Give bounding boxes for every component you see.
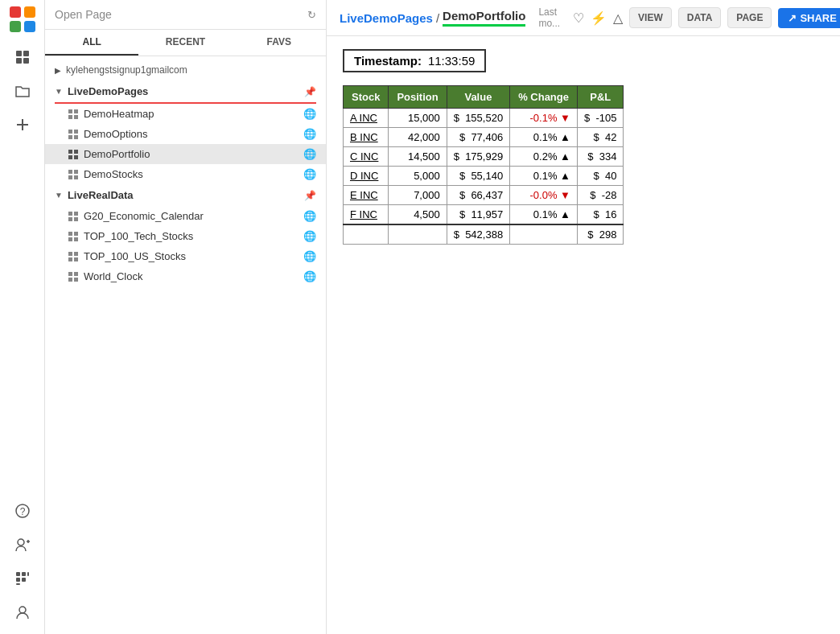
share-button[interactable]: ↗ SHARE: [778, 8, 840, 28]
grid-icon: [68, 231, 79, 242]
content-area: Timestamp: 11:33:59 Stock Position Value…: [327, 36, 840, 634]
col-position: Position: [389, 86, 447, 109]
table-total-row: $ 542,388 $ 298: [344, 224, 624, 245]
svg-rect-41: [74, 217, 78, 221]
grid-icon: [68, 129, 79, 140]
app-logo[interactable]: [10, 6, 35, 32]
cell-pct-change: -0.1% ▼: [510, 109, 578, 128]
item-g20-label: G20_Economic_Calendar: [84, 210, 204, 222]
table-row: E INC 7,000 $ 66,437 -0.0% ▼ $ -28: [344, 186, 624, 205]
svg-rect-26: [68, 130, 72, 134]
cell-position: 7,000: [389, 186, 447, 205]
cell-pct-change: 0.1% ▲: [510, 167, 578, 186]
svg-rect-28: [68, 135, 72, 139]
svg-rect-18: [16, 578, 20, 582]
grid-icon: [68, 169, 79, 180]
sidebar-item-top100us[interactable]: TOP_100_US_Stocks 🌐: [45, 246, 326, 266]
svg-rect-47: [74, 252, 78, 256]
cell-pl: $ -105: [577, 109, 623, 128]
cell-value: $ 155,520: [447, 109, 509, 128]
topbar-action-icons: ♡ ⚡ △: [573, 10, 623, 26]
svg-rect-42: [68, 232, 72, 236]
svg-rect-17: [27, 572, 29, 576]
help-icon[interactable]: ?: [7, 496, 38, 526]
cell-pl: $ 42: [577, 128, 623, 147]
globe-icon: 🌐: [303, 230, 316, 242]
tab-recent[interactable]: RECENT: [138, 30, 232, 56]
cell-pct-change: 0.1% ▲: [510, 205, 578, 225]
breadcrumb: LiveDemoPages / DemoPortfolio: [340, 9, 525, 27]
svg-rect-53: [74, 278, 78, 282]
col-pl: P&L: [577, 86, 623, 109]
refresh-icon[interactable]: ↻: [307, 9, 316, 21]
view-button[interactable]: VIEW: [629, 7, 672, 28]
pin-icon: 📌: [304, 190, 316, 201]
add-icon[interactable]: [7, 109, 38, 140]
svg-rect-24: [68, 115, 72, 119]
svg-rect-23: [74, 109, 78, 113]
sidebar-user: ▶ kylehengstsignup1gmailcom: [45, 60, 326, 80]
timestamp-label: Timestamp:: [354, 54, 422, 68]
cell-pl: $ 16: [577, 205, 623, 225]
globe-icon: 🌐: [303, 148, 316, 160]
sidebar-content: ▶ kylehengstsignup1gmailcom ▼ LiveDemoPa…: [45, 56, 326, 634]
tab-favs[interactable]: FAVS: [233, 30, 326, 56]
username-label: kylehengstsignup1gmailcom: [66, 64, 187, 76]
item-top100tech-label: TOP_100_Tech_Stocks: [84, 230, 193, 242]
grid-apps-icon[interactable]: [7, 563, 38, 594]
page-active-indicator: [443, 24, 525, 27]
cell-position: 5,000: [389, 167, 447, 186]
tab-all[interactable]: ALL: [45, 30, 138, 56]
svg-rect-22: [68, 109, 72, 113]
col-stock: Stock: [344, 86, 389, 109]
sidebar-item-demoheatmap[interactable]: DemoHeatmap 🌐: [45, 104, 326, 124]
sidebar-item-demoportfolio[interactable]: DemoPortfolio 🌐: [45, 144, 326, 164]
cell-value: $ 66,437: [447, 186, 509, 205]
svg-point-12: [18, 539, 24, 545]
bolt-icon[interactable]: ⚡: [591, 10, 607, 26]
cell-stock: A INC: [344, 109, 389, 128]
favorite-icon[interactable]: ♡: [573, 10, 584, 26]
breadcrumb-folder[interactable]: LiveDemoPages: [340, 11, 433, 25]
item-worldclock-label: World_Clock: [84, 270, 142, 282]
group-livedemo-header[interactable]: ▼ LiveDemoPages 📌: [45, 80, 326, 102]
alert-icon[interactable]: △: [613, 10, 623, 26]
svg-rect-39: [74, 212, 78, 216]
table-row: C INC 14,500 $ 175,929 0.2% ▲ $ 334: [344, 147, 624, 167]
cell-pct-change: 0.2% ▲: [510, 147, 578, 167]
grid-icon: [68, 149, 79, 160]
svg-rect-2: [10, 21, 21, 32]
svg-rect-15: [16, 572, 20, 576]
svg-rect-49: [74, 257, 78, 261]
timestamp-box: Timestamp: 11:33:59: [343, 49, 486, 72]
grid-icon: [68, 251, 79, 262]
cell-pl: $ 334: [577, 147, 623, 167]
svg-rect-51: [74, 272, 78, 276]
user-profile-icon[interactable]: [7, 597, 38, 628]
sidebar-item-top100tech[interactable]: TOP_100_Tech_Stocks 🌐: [45, 226, 326, 246]
add-users-icon[interactable]: [7, 529, 38, 560]
svg-rect-45: [74, 237, 78, 241]
folder-icon[interactable]: [7, 76, 38, 106]
dashboard-icon[interactable]: [7, 42, 38, 72]
svg-rect-46: [68, 252, 72, 256]
item-demostocks-label: DemoStocks: [84, 168, 143, 180]
svg-rect-44: [68, 237, 72, 241]
cell-stock: C INC: [344, 147, 389, 167]
group-livedemo-label: LiveDemoPages: [68, 85, 148, 97]
sidebar-item-g20[interactable]: G20_Economic_Calendar 🌐: [45, 206, 326, 226]
sidebar: Open Page ↻ ALL RECENT FAVS ▶ kylehengst…: [45, 0, 327, 634]
item-demooptions-label: DemoOptions: [84, 128, 147, 140]
svg-rect-38: [68, 212, 72, 216]
cell-pct-change: 0.1% ▲: [510, 128, 578, 147]
main-area: LiveDemoPages / DemoPortfolio Last mo...…: [327, 0, 840, 634]
sidebar-item-worldclock[interactable]: World_Clock 🌐: [45, 266, 326, 286]
sidebar-item-demooptions[interactable]: DemoOptions 🌐: [45, 124, 326, 144]
data-button[interactable]: DATA: [678, 7, 722, 28]
group-liverealdata-header[interactable]: ▼ LiveRealData 📌: [45, 184, 326, 206]
cell-stock: B INC: [344, 128, 389, 147]
group-arrow-icon: ▼: [55, 191, 63, 200]
globe-icon: 🌐: [303, 128, 316, 140]
page-button[interactable]: PAGE: [727, 7, 772, 28]
sidebar-item-demostocks[interactable]: DemoStocks 🌐: [45, 164, 326, 184]
